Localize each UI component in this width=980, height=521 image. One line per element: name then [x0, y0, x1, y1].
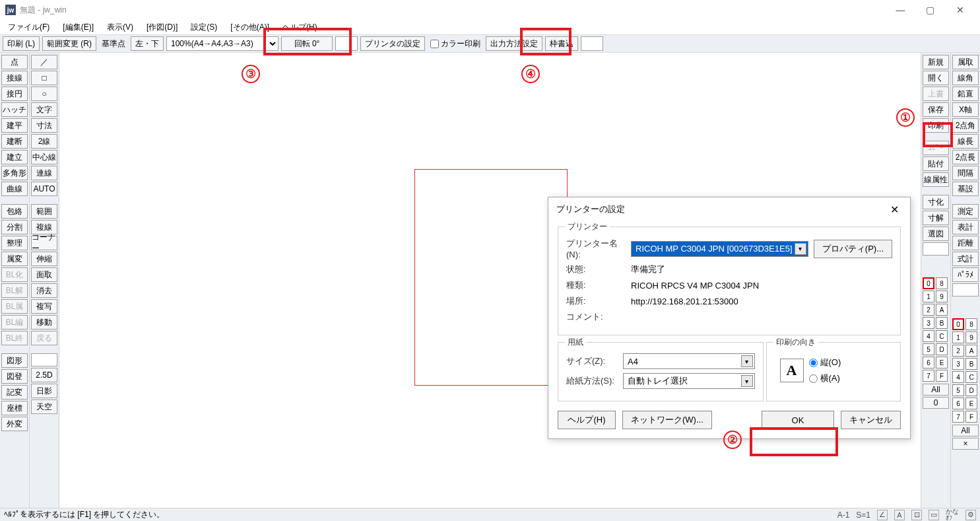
menu-other[interactable]: [その他(A)]: [226, 20, 273, 34]
tool-BL編[interactable]: BL編: [1, 315, 28, 330]
tool-／[interactable]: ／: [31, 55, 57, 69]
layer-all[interactable]: All: [923, 384, 949, 396]
rtool2-2点角[interactable]: 2点角: [952, 118, 979, 133]
tool-寸法[interactable]: 寸法: [31, 118, 57, 133]
origin-icon[interactable]: ⊡: [911, 510, 922, 520]
rtool2-線角[interactable]: 線角: [952, 71, 979, 85]
scale-select[interactable]: 100%(A4→A4,A3→A3): [166, 36, 278, 51]
layer-cell[interactable]: D: [936, 343, 948, 355]
rtool-上書[interactable]: 上書: [923, 87, 949, 101]
rtool2-距離[interactable]: 距離: [952, 236, 979, 250]
tool-BL解[interactable]: BL解: [1, 283, 28, 298]
rtool2-X軸[interactable]: X軸: [952, 102, 979, 117]
layergrp-cell[interactable]: 6: [952, 398, 964, 409]
rtool2-間隔[interactable]: 間隔: [952, 166, 979, 180]
layergrp-cell[interactable]: 3: [952, 358, 964, 370]
rtool-新規[interactable]: 新規: [923, 55, 949, 69]
range-change-button[interactable]: 範囲変更 (R): [42, 36, 96, 51]
rtool2-式計[interactable]: 式計: [952, 252, 979, 266]
layergrp-cell[interactable]: E: [965, 398, 977, 409]
tool-BL終[interactable]: BL終: [1, 331, 28, 345]
tool-BL化[interactable]: BL化: [1, 267, 28, 282]
tool-範囲[interactable]: 範囲: [31, 204, 57, 219]
rtool2-ﾊﾟﾗﾒ[interactable]: ﾊﾟﾗﾒ: [952, 267, 979, 282]
rtool-開く[interactable]: 開く: [923, 71, 949, 85]
layer-cell[interactable]: 2: [923, 304, 934, 316]
rtool-線属性[interactable]: 線属性: [923, 172, 949, 187]
portrait-radio-input[interactable]: [809, 359, 818, 367]
tool-属変[interactable]: 属変: [1, 252, 28, 266]
layergrp-cell[interactable]: A: [965, 345, 977, 357]
layergrp-cell[interactable]: 5: [952, 384, 964, 396]
rtool-保存[interactable]: 保存: [923, 102, 949, 117]
tool-伸縮[interactable]: 伸縮: [31, 252, 57, 266]
layergrp-cell[interactable]: 0: [952, 318, 964, 330]
ok-button[interactable]: OK: [762, 411, 834, 429]
color-print-check[interactable]: カラー印刷: [428, 38, 483, 50]
printer-setting-button[interactable]: プリンタの設定: [360, 36, 425, 51]
tool-建立[interactable]: 建立: [1, 150, 28, 164]
tool-建平[interactable]: 建平: [1, 118, 28, 133]
rtool-寸化[interactable]: 寸化: [923, 195, 949, 209]
help-button[interactable]: ヘルプ(H): [558, 411, 616, 429]
tool-記変[interactable]: 記変: [1, 385, 28, 399]
color-print-checkbox[interactable]: [430, 40, 439, 48]
layer-cell[interactable]: B: [936, 317, 948, 329]
layergrp-cell[interactable]: 1: [952, 331, 964, 343]
menu-file[interactable]: ファイル(F): [4, 20, 53, 34]
menu-view[interactable]: 表示(V): [103, 20, 137, 34]
layer-cell[interactable]: 4: [923, 330, 934, 342]
layergrp-cell[interactable]: 2: [952, 345, 964, 357]
menu-help[interactable]: ヘルプ(H): [278, 20, 321, 34]
settings-gear-icon[interactable]: ⚙: [965, 510, 976, 520]
tool-図形[interactable]: 図形: [1, 353, 28, 368]
layer-cell[interactable]: 3: [923, 317, 934, 329]
maximize-button[interactable]: ▢: [915, 0, 945, 20]
rtool-寸解[interactable]: 寸解: [923, 211, 949, 225]
rtool2-鉛直[interactable]: 鉛直: [952, 87, 979, 101]
tool-座標[interactable]: 座標: [1, 401, 28, 415]
rtool2-表計[interactable]: 表計: [952, 220, 979, 234]
tool-input[interactable]: [31, 353, 57, 366]
frame-write-button[interactable]: 枠書込: [545, 36, 578, 51]
tool-日影[interactable]: 日影: [31, 384, 57, 398]
layer-cell[interactable]: A: [936, 304, 948, 316]
layergrp-all[interactable]: All: [952, 425, 979, 436]
layer-cell[interactable]: 9: [936, 291, 948, 302]
rtool2-2点長[interactable]: 2点長: [952, 150, 979, 164]
tool-ハッチ[interactable]: ハッチ: [1, 102, 28, 117]
paper-source-select[interactable]: 自動トレイ選択 ▾: [623, 373, 755, 389]
window-icon[interactable]: ▭: [929, 510, 939, 520]
rtool-ｺﾋﾟｰ[interactable]: ｺﾋﾟｰ: [923, 141, 949, 155]
print-button[interactable]: 印刷 (L): [3, 36, 40, 51]
tool-戻る[interactable]: 戻る: [31, 331, 57, 345]
rotate-button[interactable]: 回転 0°: [281, 36, 333, 51]
angle-icon[interactable]: ∠: [877, 510, 888, 520]
layergrp-cell[interactable]: 4: [952, 371, 964, 383]
layer-zero[interactable]: 0: [923, 397, 949, 409]
tool-接線[interactable]: 接線: [1, 71, 28, 85]
layergrp-cell[interactable]: C: [965, 371, 977, 383]
printer-name-select[interactable]: RICOH MP C3004 JPN [002673D3E1E5] ▾: [631, 241, 808, 257]
tool-連線[interactable]: 連線: [31, 166, 57, 180]
layer-cell[interactable]: 8: [936, 277, 948, 289]
tool-AUTO[interactable]: AUTO: [31, 182, 57, 196]
tool-包絡[interactable]: 包絡: [1, 204, 28, 219]
basepoint-value-button[interactable]: 左・下: [131, 36, 164, 51]
layergrp-cell[interactable]: 9: [965, 331, 977, 343]
cancel-button[interactable]: キャンセル: [841, 411, 901, 429]
rtool2-属取[interactable]: 属取: [952, 55, 979, 69]
menu-settings[interactable]: 設定(S): [187, 20, 221, 34]
layer-cell[interactable]: 6: [923, 357, 934, 368]
tool-建断[interactable]: 建断: [1, 134, 28, 149]
rtool2-基設[interactable]: 基設: [952, 182, 979, 196]
landscape-radio-input[interactable]: [809, 374, 818, 383]
tool-分割[interactable]: 分割: [1, 220, 28, 234]
tool-コーナー[interactable]: コーナー: [31, 236, 57, 250]
layer-cell[interactable]: 5: [923, 343, 934, 355]
right-input[interactable]: [923, 242, 949, 256]
minimize-button[interactable]: —: [886, 0, 915, 20]
layer-cell[interactable]: C: [936, 330, 948, 342]
tool-面取[interactable]: 面取: [31, 267, 57, 282]
layer-cell[interactable]: F: [936, 370, 948, 382]
